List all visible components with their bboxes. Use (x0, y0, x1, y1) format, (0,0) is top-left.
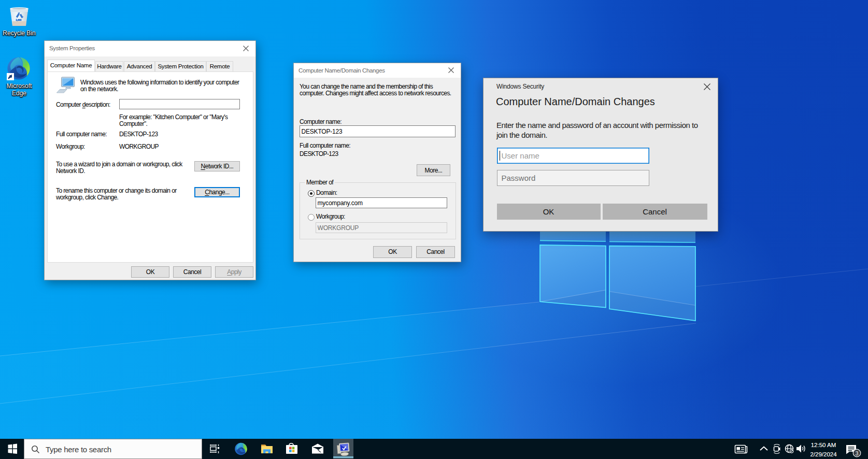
svg-text:3: 3 (855, 450, 858, 456)
